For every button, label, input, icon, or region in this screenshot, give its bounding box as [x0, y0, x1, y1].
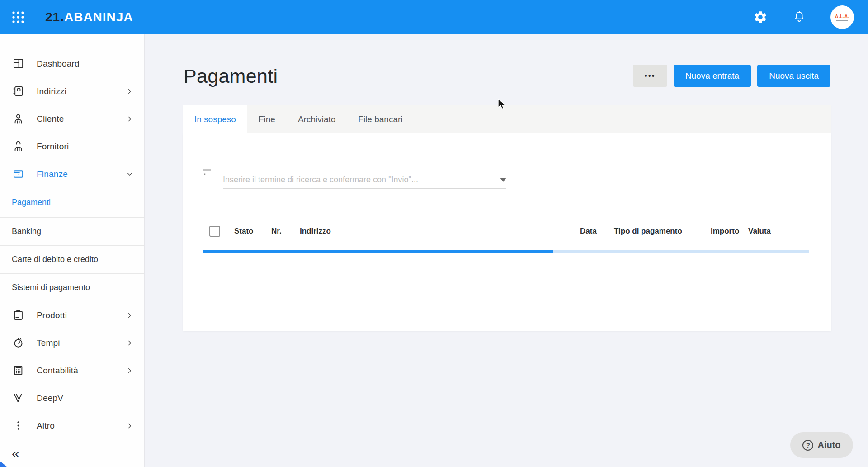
clipboard-icon — [12, 309, 24, 322]
question-mark-icon: ? — [802, 440, 813, 451]
settings-gear-icon[interactable] — [750, 7, 771, 28]
apps-grid-icon[interactable] — [10, 10, 26, 25]
stopwatch-icon — [12, 337, 24, 349]
sidebar-item-prodotti[interactable]: Prodotti — [0, 301, 144, 329]
column-header-importo: Importo — [711, 227, 739, 236]
sidebar-subitem-banking[interactable]: Banking — [0, 217, 144, 245]
chevron-right-icon — [126, 339, 134, 347]
tab-file-bancari[interactable]: File bancari — [347, 105, 414, 133]
sidebar-subitem-label: Carte di debito e credito — [12, 255, 98, 264]
sidebar-subitem-pagamenti[interactable]: Pagamenti — [0, 188, 144, 217]
chevron-right-icon — [126, 422, 134, 430]
avatar-brand-text: A.L.A. — [835, 14, 849, 19]
sidebar-item-label: Contabilità — [37, 366, 78, 376]
page-title: Pagamenti — [184, 65, 278, 87]
logo-prefix: 21. — [45, 10, 64, 24]
help-label: Aiuto — [817, 440, 840, 450]
column-header-stato: Stato — [234, 227, 254, 236]
tab-fine[interactable]: Fine — [247, 105, 287, 133]
dashboard-icon — [12, 57, 24, 70]
wallet-icon — [12, 168, 24, 181]
table-header-row: Stato Nr. Indirizzo Data Tipo di pagamen… — [183, 224, 831, 242]
new-income-button[interactable]: Nuova entrata — [674, 65, 751, 87]
sidebar-item-finanze[interactable]: Finanze — [0, 160, 144, 188]
sidebar-item-label: DeepV — [37, 393, 63, 403]
sidebar-item-tempi[interactable]: Tempi — [0, 329, 144, 357]
sidebar-item-contabilita[interactable]: Contabilità — [0, 357, 144, 384]
calculator-icon — [12, 364, 24, 377]
column-header-indirizzo: Indirizzo — [300, 227, 331, 236]
sidebar-item-cliente[interactable]: Cliente — [0, 105, 144, 133]
sidebar-item-label: Dashboard — [37, 59, 80, 69]
chevron-down-icon — [126, 170, 134, 178]
column-header-nr: Nr. — [271, 227, 282, 236]
sidebar-subitem-label: Pagamenti — [12, 198, 51, 207]
tab-archiviato[interactable]: Archiviato — [287, 105, 347, 133]
chevron-right-icon — [126, 367, 134, 375]
loading-progress-filled — [203, 250, 553, 253]
user-avatar[interactable]: A.L.A. — [830, 5, 854, 29]
loading-progress-bar — [203, 250, 809, 253]
sidebar-item-dashboard[interactable]: Dashboard — [0, 50, 144, 77]
sidebar-item-label: Finanze — [37, 169, 68, 179]
sidebar-item-label: Fornitori — [37, 142, 69, 152]
help-button[interactable]: ? Aiuto — [790, 432, 853, 458]
search-field-wrapper — [223, 172, 506, 189]
sidebar-subitem-label: Banking — [12, 227, 41, 236]
chevron-right-icon — [126, 115, 134, 123]
chevron-right-icon — [126, 87, 134, 95]
tab-in-sospeso[interactable]: In sospeso — [183, 105, 247, 133]
top-header-bar: 21.ABANINJA A.L.A. — [0, 0, 868, 34]
tab-bar: In sospeso Fine Archiviato File bancari — [183, 105, 831, 133]
supplier-icon — [12, 140, 24, 153]
app-logo[interactable]: 21.ABANINJA — [45, 10, 133, 24]
chevron-right-icon — [126, 311, 134, 319]
sidebar-item-indirizzi[interactable]: Indirizzi — [0, 77, 144, 105]
deepv-icon — [12, 392, 24, 405]
sidebar-item-label: Indirizzi — [37, 86, 66, 96]
loading-progress-track — [553, 250, 809, 253]
sidebar-nav: Dashboard Indirizzi — [0, 34, 145, 467]
sidebar-subitem-sistemi-di-pagamento[interactable]: Sistemi di pagamento — [0, 273, 144, 301]
sidebar-item-label: Altro — [37, 421, 55, 431]
filter-icon[interactable] — [202, 167, 213, 180]
customer-icon — [12, 113, 24, 125]
main-content: Pagamenti ••• Nuova entrata Nuova uscita… — [145, 34, 868, 467]
sidebar-item-label: Cliente — [37, 114, 64, 124]
avatar-tagline — [836, 20, 848, 21]
payments-card: In sospeso Fine Archiviato File bancari … — [183, 105, 831, 331]
collapse-chevrons-icon: « — [12, 447, 19, 460]
address-book-icon — [12, 85, 24, 98]
new-expense-button[interactable]: Nuova uscita — [757, 65, 830, 87]
sidebar-item-deepv[interactable]: DeepV — [0, 384, 144, 412]
more-actions-button[interactable]: ••• — [633, 65, 667, 87]
sidebar-collapse-button[interactable]: « — [0, 440, 144, 467]
tab-panel-in-sospeso: Stato Nr. Indirizzo Data Tipo di pagamen… — [183, 133, 831, 331]
sidebar-subitem-label: Sistemi di pagamento — [12, 283, 90, 292]
column-header-valuta: Valuta — [748, 227, 771, 236]
notifications-bell-icon[interactable] — [789, 7, 810, 28]
select-all-checkbox[interactable] — [209, 226, 220, 237]
sidebar-item-fornitori[interactable]: Fornitori — [0, 133, 144, 160]
logo-name: ABANINJA — [64, 10, 133, 24]
sidebar-subitem-carte[interactable]: Carte di debito e credito — [0, 245, 144, 273]
sidebar-item-label: Prodotti — [37, 310, 67, 320]
sidebar-item-altro[interactable]: Altro — [0, 412, 144, 439]
search-dropdown-arrow-icon[interactable] — [500, 178, 506, 182]
more-vertical-icon — [12, 419, 24, 432]
column-header-data: Data — [580, 227, 597, 236]
page-actions: ••• Nuova entrata Nuova uscita — [633, 65, 830, 87]
search-input[interactable] — [223, 175, 496, 185]
column-header-tipo-di-pagamento: Tipo di pagamento — [614, 227, 682, 236]
sidebar-item-label: Tempi — [37, 338, 60, 348]
